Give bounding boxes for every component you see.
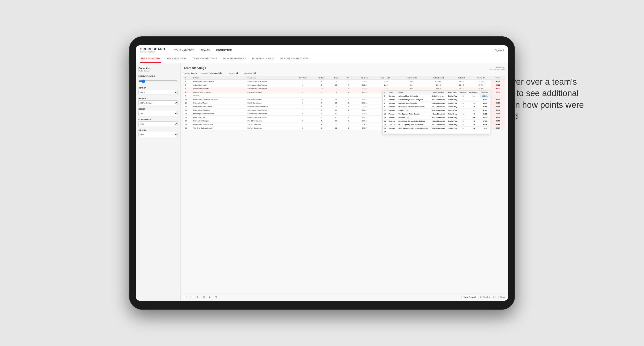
subnav-player-summary[interactable]: PLAYER SUMMARY	[223, 55, 246, 63]
sidebar-subtitle: Portal Review	[138, 70, 178, 72]
settings-button[interactable]: ◈	[208, 295, 212, 299]
col-vs-top-50: Vs Top 50	[471, 76, 491, 80]
col-points: Points	[491, 76, 505, 80]
subnav-player-h2h-grid[interactable]: PLAYER H2H GRID	[252, 55, 275, 63]
copy-button[interactable]: ⊞	[202, 295, 206, 299]
sign-out-link[interactable]: Sign out	[495, 49, 504, 51]
gender-select[interactable]: Men's Women's	[138, 90, 178, 95]
popup-row: 17	[382, 130, 490, 134]
subnav-player-h2h-heatmap[interactable]: PLAYER H2H HEATMAP	[280, 55, 308, 63]
filter-division-value: NCAA Division I	[209, 72, 224, 74]
subnav-team-h2h-heatmap[interactable]: TEAM H2H HEATMAP	[192, 55, 218, 63]
col-conference: Conference	[246, 76, 292, 80]
standings-table: # School Conference Conf Rank No Tour Bn…	[184, 76, 505, 130]
region-select[interactable]: N/A	[138, 111, 178, 116]
update-time: Update time: 13/03/2024 10:03:42	[489, 66, 505, 70]
filter-division-label: Division:	[201, 72, 208, 74]
tablet-frame: SCOREBOARD Powered by clippd TOURNAMENTS…	[129, 36, 515, 310]
sidebar-title: Committee	[138, 67, 178, 69]
table-row: 2 Auburn University Southeastern Confere…	[184, 83, 505, 87]
region-label: Region	[138, 108, 178, 110]
filter-division: Division: NCAA Division I	[201, 72, 224, 74]
subnav-team-h2h-grid[interactable]: TEAM H2H GRID	[166, 55, 186, 63]
filter-gender-label: Gender:	[184, 72, 190, 74]
logo-area: SCOREBOARD Powered by clippd	[140, 47, 165, 53]
filter-gender: Gender: Men's	[184, 72, 197, 74]
filter-conference: Conference: All	[243, 72, 256, 74]
standings-title: Team Standings	[184, 66, 206, 70]
nav-tournaments[interactable]: TOURNAMENTS	[174, 48, 194, 52]
logo-subtitle: Powered by clippd	[140, 51, 165, 53]
division-label: Division	[138, 97, 178, 100]
col-adj-score: Adj Score	[354, 76, 374, 80]
view-original-button[interactable]: View: Original	[461, 295, 478, 299]
col-vs-top-record: Vs Top Record	[425, 76, 452, 80]
popup-row: 13 Univers Williams Cup NCAA Division I …	[382, 116, 490, 119]
share-label: Share	[500, 296, 506, 298]
table-row: 3 Vanderbilt University Southeastern Con…	[184, 87, 505, 91]
col-rank: #	[184, 76, 192, 80]
col-vs-top-25: Vs Top 25	[452, 76, 471, 80]
popup-row: 15 East Tac OFCC Fighting Illini Invitat…	[382, 123, 490, 127]
watch-dropdown-icon: ▾	[489, 296, 490, 298]
filter-bar: Gender: Men's Division: NCAA Division I …	[184, 72, 505, 74]
popup-row: 7 Univers Southern Highlands Collegiate …	[382, 98, 490, 102]
logo-title: SCOREBOARD	[140, 47, 165, 51]
popup-row: 9 Univers National Invitational Tourname…	[382, 105, 490, 109]
col-wins: Wins	[342, 76, 354, 80]
tablet-screen: SCOREBOARD Powered by clippd TOURNAMENTS…	[136, 45, 508, 301]
filter-region-value: All	[236, 72, 238, 74]
undo-button[interactable]: ↩	[183, 295, 188, 299]
update-time-label: Update time:	[495, 66, 505, 68]
sign-out-area: | Sign out	[493, 49, 504, 51]
filter-conference-label: Conference:	[243, 72, 253, 74]
school-label: School	[138, 129, 178, 131]
conference-label: Conference	[138, 119, 178, 121]
sidebar-school: School (All)	[138, 129, 178, 137]
popup-row: 11 Univers Copper Cup NCAA Division I Ma…	[382, 109, 490, 112]
table-row: 1 University of North Carolina Atlantic …	[184, 80, 505, 83]
clock-button[interactable]: ⏱	[214, 295, 218, 299]
toolbar: ↩ ↪ ↻ ⊞ ◈ ⏱ View: Original 👁	[181, 293, 508, 301]
table-row-arizona-state: 4 Arizona State University Pac-12 Confer…	[184, 91, 505, 94]
table-header-row: # School Conference Conf Rank No Tour Bn…	[184, 76, 505, 80]
col-low-overall: Low Overall 25	[398, 76, 425, 80]
watch-label: Watch	[483, 296, 488, 298]
col-no-tour: No Tour	[313, 76, 330, 80]
sidebar-conference: Conference (All)	[138, 119, 178, 126]
col-avg-low: Avg Low SG	[374, 76, 398, 80]
share-icon: ⤴	[498, 296, 499, 298]
division-select[interactable]: NCAA Division I	[138, 100, 178, 105]
update-datetime: 13/03/2024 10:03:42	[489, 68, 505, 70]
nav-committee[interactable]: COMMITTEE	[216, 48, 232, 52]
filter-region-label: Region:	[229, 72, 235, 74]
school-select[interactable]: (All)	[138, 132, 178, 137]
subnav-team-summary[interactable]: TEAM SUMMARY	[140, 55, 161, 63]
popup-row: 16 Univers 2023 Sahalee Players Champion…	[382, 127, 490, 130]
standings-header: Team Standings Update time: 13/03/2024 1…	[184, 66, 505, 70]
min-rounds-label: Minimum Rounds	[138, 75, 178, 77]
popup-table: # Team Event Event Division Event Type R…	[382, 91, 490, 134]
watch-button[interactable]: 👁 Watch ▾	[480, 296, 490, 298]
share-button[interactable]: ⤴ Share	[498, 296, 506, 298]
points-hover-popup: # Team Event Event Division Event Type R…	[382, 91, 490, 134]
content-wrapper: Team Standings Update time: 13/03/2024 1…	[181, 63, 508, 301]
conference-select[interactable]: (All)	[138, 122, 178, 126]
col-bnds: Bnds	[330, 76, 342, 80]
sub-nav: TEAM SUMMARY TEAM H2H GRID TEAM H2H HEAT…	[136, 55, 508, 63]
redo-button[interactable]: ↪	[190, 295, 194, 299]
view-original-label: View: Original	[463, 296, 476, 298]
col-conf-rank: Conf Rank	[292, 76, 313, 80]
content-area: Team Standings Update time: 13/03/2024 1…	[181, 63, 508, 293]
comment-button[interactable]: 💬	[493, 296, 496, 298]
popup-header-row: # Team Event Event Division Event Type R…	[382, 91, 490, 94]
sidebar-region: Region N/A	[138, 108, 178, 116]
sidebar: Committee Portal Review Minimum Rounds G…	[136, 63, 181, 301]
filter-region: Region: All	[229, 72, 238, 74]
nav-teams[interactable]: TEAMS	[200, 48, 210, 52]
top-nav: SCOREBOARD Powered by clippd TOURNAMENTS…	[136, 45, 508, 55]
sidebar-gender: Gender Men's Women's	[138, 87, 178, 95]
min-rounds-slider[interactable]	[138, 79, 178, 84]
refresh-button[interactable]: ↻	[196, 295, 200, 299]
col-school: School	[192, 76, 246, 80]
